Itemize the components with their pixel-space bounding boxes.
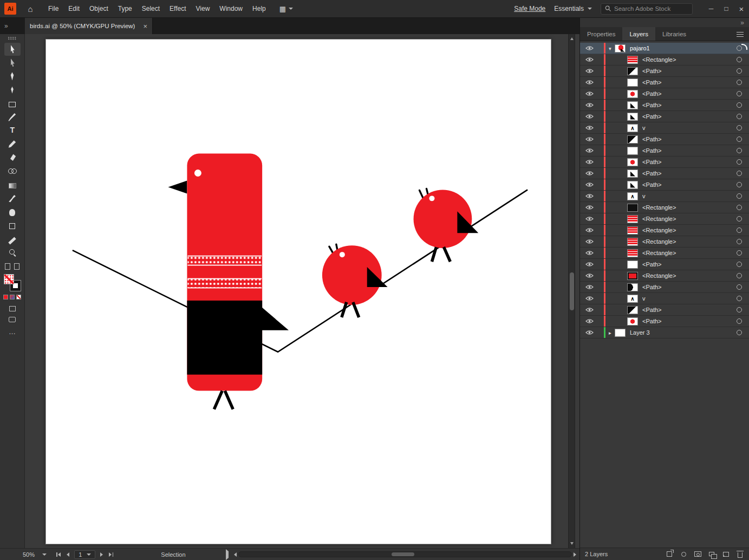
layer-thumbnail[interactable]	[615, 329, 626, 337]
layer-row[interactable]: <Rectangle>	[580, 225, 749, 236]
layer-name[interactable]: <Path>	[642, 136, 737, 142]
layer-name[interactable]: <Rectangle>	[642, 250, 737, 256]
layer-row[interactable]: <Rectangle>	[580, 213, 749, 225]
visibility-toggle[interactable]	[580, 330, 598, 335]
layer-row[interactable]: <Rectangle>	[580, 54, 749, 66]
layer-name[interactable]: <Path>	[642, 284, 737, 290]
artboard-tool[interactable]	[4, 219, 21, 232]
toolbar-grip[interactable]	[8, 37, 17, 40]
layer-target-icon[interactable]	[737, 284, 742, 290]
layer-thumbnail[interactable]	[627, 261, 638, 269]
zoom-level-select[interactable]: 50%	[23, 551, 47, 558]
layer-target-icon[interactable]	[737, 148, 742, 153]
vertical-scroll-thumb[interactable]	[570, 272, 574, 310]
visibility-toggle[interactable]	[580, 273, 598, 278]
layer-thumbnail[interactable]	[627, 170, 638, 178]
scroll-down-arrow[interactable]	[570, 542, 574, 545]
visibility-toggle[interactable]	[580, 125, 598, 131]
layer-name[interactable]: <Path>	[642, 181, 737, 188]
layer-thumbnail[interactable]	[627, 283, 638, 291]
layer-target-icon[interactable]	[737, 318, 742, 324]
layer-target-icon[interactable]	[737, 171, 742, 176]
layer-target-icon[interactable]	[737, 182, 742, 187]
layer-target-icon[interactable]	[737, 273, 742, 278]
layer-thumbnail[interactable]	[627, 317, 638, 325]
pencil-tool[interactable]	[4, 138, 21, 151]
visibility-toggle[interactable]	[580, 307, 598, 312]
visibility-toggle[interactable]	[580, 239, 598, 244]
artboard-number-select[interactable]: 1	[74, 550, 95, 559]
home-icon[interactable]: ⌂	[24, 4, 37, 14]
draw-normal-icon[interactable]	[5, 263, 10, 270]
layer-thumbnail[interactable]	[627, 124, 638, 132]
layer-name[interactable]: <Path>	[642, 159, 737, 165]
visibility-toggle[interactable]	[580, 262, 598, 267]
visibility-toggle[interactable]	[580, 171, 598, 176]
expand-toggle[interactable]	[605, 45, 615, 51]
layer-thumbnail[interactable]	[627, 158, 638, 166]
layer-target-icon[interactable]	[737, 125, 742, 131]
layer-row[interactable]: <Rectangle>	[580, 202, 749, 213]
panel-collapse-chevron[interactable]: »	[740, 19, 744, 27]
vertical-scrollbar[interactable]	[568, 34, 575, 548]
paintbrush-tool[interactable]	[4, 110, 21, 123]
screen-mode-button[interactable]	[6, 315, 18, 324]
layer-thumbnail[interactable]	[627, 238, 638, 246]
visibility-toggle[interactable]	[580, 182, 598, 187]
layer-target-icon[interactable]	[737, 57, 742, 62]
arrange-documents-control[interactable]: ▦	[279, 5, 293, 13]
layer-thumbnail[interactable]	[627, 113, 638, 121]
layer-row[interactable]: <Rectangle>	[580, 248, 749, 259]
layer-thumbnail[interactable]	[627, 249, 638, 257]
layer-row[interactable]: v	[580, 122, 749, 134]
layer-name[interactable]: <Path>	[642, 170, 737, 177]
layer-thumbnail[interactable]	[627, 67, 638, 75]
layer-thumbnail[interactable]	[627, 272, 638, 280]
layer-name[interactable]: <Path>	[642, 68, 737, 74]
layer-target-icon[interactable]	[737, 239, 742, 244]
menu-type[interactable]: Type	[113, 0, 137, 18]
draw-behind-icon[interactable]	[14, 263, 19, 270]
layer-row[interactable]: <Rectangle>	[580, 270, 749, 282]
layer-name[interactable]: <Path>	[642, 307, 737, 313]
last-artboard-button[interactable]	[108, 551, 114, 558]
locate-object-button[interactable]	[679, 550, 688, 558]
menu-window[interactable]: Window	[214, 0, 248, 18]
edit-toolbar-button[interactable]: …	[9, 328, 16, 336]
make-mask-button[interactable]	[693, 550, 702, 558]
layer-target-icon[interactable]	[737, 102, 742, 108]
layer-thumbnail[interactable]	[615, 44, 626, 53]
layer-target-icon[interactable]	[737, 205, 742, 210]
previous-artboard-button[interactable]	[66, 551, 70, 558]
layer-thumbnail[interactable]	[627, 56, 638, 64]
scroll-right-arrow[interactable]	[574, 552, 576, 557]
layer-row[interactable]: <Path>	[580, 145, 749, 157]
status-expand-arrow[interactable]	[225, 550, 230, 559]
scroll-left-arrow[interactable]	[234, 552, 237, 557]
visibility-toggle[interactable]	[580, 68, 598, 74]
layer-name[interactable]: <Path>	[642, 79, 737, 86]
layer-row[interactable]: Layer 3	[580, 327, 749, 338]
fill-swatch[interactable]	[4, 274, 14, 284]
layer-name[interactable]: <Rectangle>	[642, 56, 737, 63]
layer-target-icon[interactable]	[737, 216, 742, 222]
layer-name[interactable]: <Rectangle>	[642, 204, 737, 211]
layer-name[interactable]: v	[642, 125, 737, 131]
gradient-tool[interactable]	[4, 178, 21, 191]
layer-target-icon[interactable]	[737, 114, 742, 119]
layer-name[interactable]: Layer 3	[630, 329, 737, 336]
close-tab-icon[interactable]: ×	[139, 22, 147, 30]
artboard[interactable]	[45, 39, 551, 544]
direct-selection-tool[interactable]	[4, 56, 21, 69]
visibility-toggle[interactable]	[580, 102, 598, 108]
eraser-tool[interactable]	[4, 151, 21, 164]
layer-target-icon[interactable]	[737, 159, 742, 165]
visibility-toggle[interactable]	[580, 148, 598, 153]
visibility-toggle[interactable]	[580, 57, 598, 62]
layer-thumbnail[interactable]	[627, 90, 638, 98]
horizontal-scroll-track[interactable]	[238, 551, 572, 557]
rectangle-tool[interactable]	[4, 97, 21, 110]
layer-name[interactable]: <Path>	[642, 102, 737, 108]
layer-name[interactable]: pajaro1	[630, 45, 737, 51]
collect-export-button[interactable]	[665, 550, 674, 558]
